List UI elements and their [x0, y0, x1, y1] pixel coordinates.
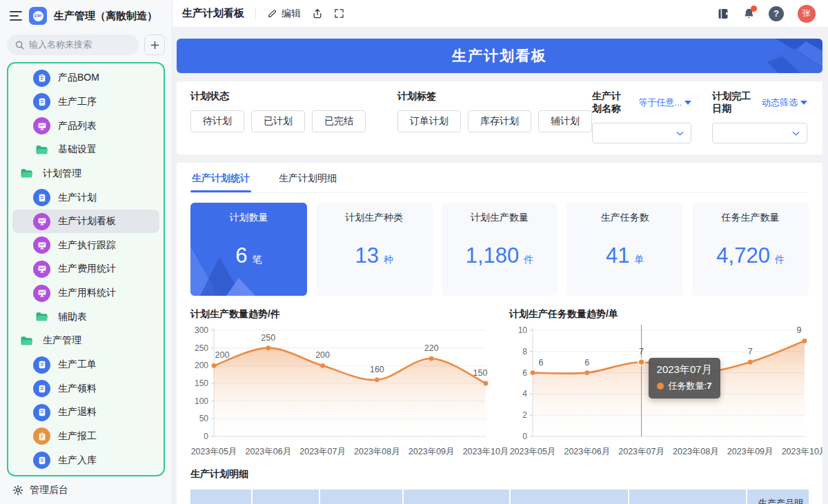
sidebar-item[interactable]: 生产退料	[12, 401, 159, 425]
svg-text:7: 7	[639, 347, 644, 356]
filter-finish-date: 计划完工日期 动态筛选	[712, 90, 807, 143]
admin-backend-link[interactable]: 管理后台	[7, 476, 165, 504]
menu-toggle-icon[interactable]	[10, 11, 22, 21]
filter-bar: 计划状态 待计划已计划已完结 计划标签 订单计划库存计划辅计划 生产计划名称 等…	[177, 81, 822, 154]
journal-button[interactable]	[717, 8, 729, 20]
sidebar-item-label: 生产报工	[58, 430, 97, 443]
sidebar-item[interactable]: 辅助表	[12, 305, 159, 329]
table-header-cell[interactable]	[253, 490, 320, 504]
svg-text:50: 50	[199, 414, 209, 423]
sidebar-item[interactable]: 生产计划	[12, 185, 159, 210]
document-icon	[33, 93, 50, 110]
sidebar-item-label: 生产用料统计	[58, 287, 116, 299]
svg-text:100: 100	[195, 396, 208, 406]
chevron-down-icon	[791, 129, 800, 138]
sidebar-item[interactable]: 生产工单	[12, 353, 159, 377]
sidebar-item[interactable]: 产品BOM	[12, 66, 159, 90]
dashboard-icon	[33, 213, 50, 230]
svg-text:2023年10月: 2023年10月	[463, 447, 509, 456]
finish-date-operator[interactable]: 动态筛选	[762, 97, 807, 109]
sidebar-item-label: 计划管理	[43, 168, 81, 180]
plan-tag-option[interactable]: 库存计划	[468, 110, 531, 132]
fullscreen-button[interactable]	[334, 8, 344, 19]
search-input[interactable]: 输入名称来搜索	[7, 34, 139, 55]
document-icon	[33, 380, 50, 397]
sidebar-item[interactable]: 基础设置	[12, 138, 159, 162]
table-header-cell[interactable]: 生产产品明	[747, 490, 809, 504]
stat-card[interactable]: 计划生产数量1,180件	[442, 203, 558, 296]
line-chart[interactable]: 0501001502002503002002502001602201502023…	[190, 322, 490, 458]
sidebar-item[interactable]: 计划管理	[12, 162, 159, 186]
stat-card[interactable]: 计划数量6笔	[190, 203, 307, 296]
stat-card-title: 计划生产数量	[471, 212, 529, 224]
toolbar-divider	[255, 8, 256, 19]
edit-button[interactable]: 编辑	[267, 8, 301, 20]
clipboard-icon	[33, 427, 50, 445]
table-header-cell[interactable]	[629, 490, 747, 504]
table-header-cell[interactable]	[511, 490, 629, 504]
stat-card[interactable]: 生产任务数41单	[566, 203, 683, 296]
sidebar-item[interactable]: 生产领料	[12, 376, 159, 401]
sidebar-header: ERP 生产管理（离散制造）	[7, 0, 165, 32]
plan-status-option[interactable]: 待计划	[190, 110, 244, 132]
sidebar-item-label: 生产计划	[58, 192, 97, 204]
help-button[interactable]: ?	[769, 6, 784, 21]
svg-text:250: 250	[261, 333, 275, 343]
sidebar-item-label: 生产计划看板	[58, 215, 116, 228]
app-logo: ERP	[29, 7, 47, 25]
plan-tag-option[interactable]: 订单计划	[397, 110, 461, 132]
add-button[interactable]	[144, 34, 165, 55]
plan-status-option[interactable]: 已计划	[251, 110, 305, 132]
stat-card-unit: 单	[635, 254, 644, 266]
share-button[interactable]	[312, 8, 323, 19]
svg-text:160: 160	[370, 365, 384, 374]
stat-card[interactable]: 计划生产种类13种	[316, 203, 433, 296]
sidebar-item[interactable]: 产品列表	[12, 114, 159, 138]
stat-card-title: 生产任务数	[601, 212, 649, 224]
plan-status-option[interactable]: 已完结	[312, 110, 366, 132]
plan-tag-option[interactable]: 辅计划	[538, 110, 592, 132]
sidebar-item[interactable]: 生产管理	[12, 329, 159, 353]
document-icon	[33, 404, 50, 421]
table-header-cell[interactable]	[320, 490, 404, 504]
plan-name-select[interactable]	[592, 123, 691, 143]
svg-text:2023年05月: 2023年05月	[510, 447, 556, 456]
stat-card[interactable]: 任务生产数量4,720件	[692, 203, 809, 296]
tab-plan-statistics[interactable]: 生产计划统计	[190, 163, 251, 192]
svg-text:2023年08月: 2023年08月	[673, 447, 719, 456]
notification-badge	[751, 6, 757, 12]
stat-card-unit: 笔	[253, 254, 262, 266]
chart-title: 计划生产数量趋势/件	[190, 308, 490, 321]
sidebar-item[interactable]: 生产入库	[12, 448, 159, 472]
sidebar-search-row: 输入名称来搜索	[7, 34, 165, 55]
avatar[interactable]: 张	[798, 5, 816, 23]
table-header-cell[interactable]	[404, 490, 511, 504]
stat-card-value: 1,180	[466, 243, 520, 268]
sidebar-item[interactable]: 生产执行跟踪	[12, 233, 159, 257]
tab-bar: 生产计划统计生产计划明细	[190, 163, 809, 193]
finish-date-select[interactable]	[712, 123, 807, 143]
plan-name-operator[interactable]: 等于任意...	[639, 97, 692, 109]
svg-text:6: 6	[584, 358, 589, 367]
sidebar-item[interactable]: 生产用料统计	[12, 281, 159, 305]
sidebar-item[interactable]: 生产计划看板	[12, 210, 159, 234]
admin-backend-label: 管理后台	[30, 484, 68, 496]
sidebar-item-label: 生产费用统计	[58, 263, 116, 275]
svg-text:2023年05月: 2023年05月	[191, 447, 237, 456]
stat-card-value: 41	[606, 243, 629, 268]
svg-text:7: 7	[748, 347, 753, 356]
dashboard-banner: 生产计划看板	[177, 39, 822, 73]
sidebar-item-label: 生产领料	[58, 383, 97, 395]
notifications-button[interactable]	[743, 8, 755, 19]
pencil-icon	[267, 8, 277, 19]
sidebar-item[interactable]: 生产报工	[12, 425, 159, 449]
tab-plan-detail[interactable]: 生产计划明细	[277, 163, 338, 192]
sidebar-item[interactable]: 生产工序	[12, 90, 159, 114]
sidebar-item[interactable]: 生产费用统计	[12, 257, 159, 281]
table-header-cell[interactable]	[190, 490, 253, 504]
folder-icon	[33, 145, 50, 155]
svg-text:8: 8	[522, 347, 527, 356]
filter-finish-date-label: 计划完工日期	[712, 90, 753, 115]
line-chart[interactable]: 02468106676792023年05月2023年06月2023年07月202…	[509, 322, 809, 458]
folder-icon	[18, 168, 35, 179]
